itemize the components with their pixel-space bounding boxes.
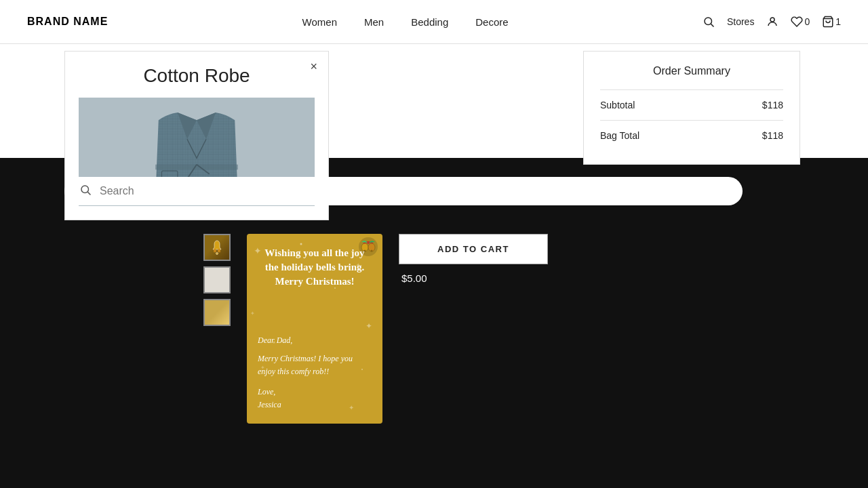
account-icon[interactable] <box>766 16 778 28</box>
navbar-actions: Stores 0 1 <box>703 16 841 28</box>
wishlist-icon[interactable]: 0 <box>791 16 810 28</box>
nav-decore[interactable]: Decore <box>475 16 508 28</box>
gift-card-body: Dear Dad, Merry Christmas! I hope you en… <box>258 334 372 411</box>
svg-point-33 <box>367 241 370 244</box>
search-bar-wrapper <box>64 177 743 205</box>
svg-point-16 <box>214 252 216 253</box>
gift-card-signature: Love, Jessica <box>258 386 372 411</box>
price-label: $5.00 <box>399 272 548 284</box>
order-summary-title: Order Summary <box>600 65 783 77</box>
svg-point-0 <box>705 18 712 25</box>
svg-line-12 <box>87 192 90 195</box>
thumbnail-1[interactable] <box>203 234 231 261</box>
nav-bedding[interactable]: Bedding <box>411 16 448 28</box>
subtotal-value: $118 <box>762 100 783 110</box>
subtotal-row: Subtotal $118 <box>600 89 783 120</box>
main-area: × Cotton Robe <box>0 44 868 488</box>
thumbnail-list <box>203 234 231 326</box>
product-title: Cotton Robe <box>79 65 315 87</box>
bag-total-row: Bag Total $118 <box>600 120 783 150</box>
cart-action: ADD TO CART $5.00 <box>399 234 548 284</box>
search-input[interactable] <box>100 185 728 197</box>
order-summary: Order Summary Subtotal $118 Bag Total $1… <box>583 51 800 165</box>
svg-point-13 <box>216 253 218 255</box>
bag-total-label: Bag Total <box>600 130 639 141</box>
gift-section: ✦ ✦ ✦ ✦ ✦ ✦ <box>203 234 548 424</box>
svg-point-24 <box>300 243 302 245</box>
nav-women[interactable]: Women <box>302 16 337 28</box>
cart-icon[interactable]: 1 <box>822 16 841 28</box>
gift-card-message: Merry Christmas! I hope you enjoy this c… <box>258 352 372 378</box>
gift-card: ✦ ✦ ✦ ✦ ✦ ✦ <box>247 234 382 424</box>
svg-text:✦: ✦ <box>366 321 372 331</box>
add-to-cart-button[interactable]: ADD TO CART <box>399 234 548 264</box>
svg-line-1 <box>711 24 713 26</box>
subtotal-label: Subtotal <box>600 100 635 110</box>
wishlist-count: 0 <box>804 16 810 27</box>
search-icon[interactable] <box>703 16 715 28</box>
nav-links: Women Men Bedding Decore <box>302 16 509 28</box>
gift-card-greeting: Dear Dad, <box>258 334 372 347</box>
bag-total-value: $118 <box>762 130 783 141</box>
svg-point-2 <box>770 18 774 22</box>
thumbnail-2[interactable] <box>203 266 231 293</box>
svg-point-11 <box>81 186 89 193</box>
gift-card-heading: Wishing you all the joy the holiday bell… <box>258 246 372 289</box>
search-bar <box>64 177 743 205</box>
svg-point-17 <box>218 252 220 253</box>
search-icon <box>79 184 92 199</box>
navbar: BRAND NAME Women Men Bedding Decore Stor… <box>0 0 868 44</box>
thumbnail-3[interactable] <box>203 299 231 326</box>
brand-logo[interactable]: BRAND NAME <box>27 16 108 28</box>
stores-link[interactable]: Stores <box>727 16 754 27</box>
nav-men[interactable]: Men <box>364 16 384 28</box>
cart-count: 1 <box>835 16 841 27</box>
svg-text:✦: ✦ <box>250 310 255 317</box>
popup-close-button[interactable]: × <box>310 60 317 74</box>
